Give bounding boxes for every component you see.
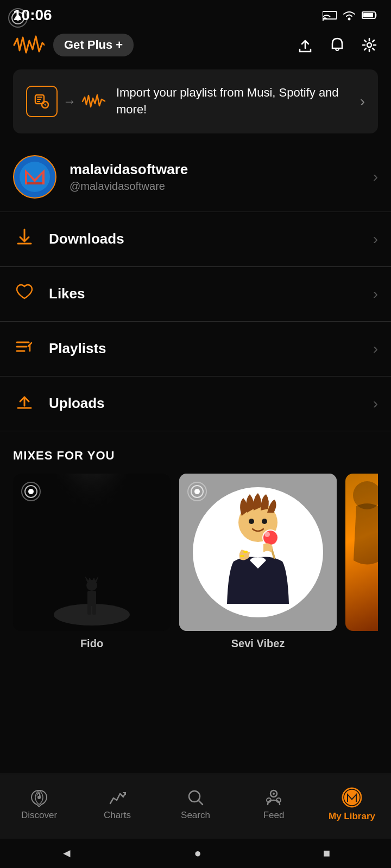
svg-point-19 bbox=[28, 489, 34, 494]
downloads-icon bbox=[13, 227, 36, 251]
settings-icon[interactable] bbox=[361, 36, 378, 54]
cast-icon bbox=[323, 9, 337, 21]
profile-row[interactable]: malavidasoftware @malavidasoftware › bbox=[0, 142, 391, 212]
logo-area bbox=[13, 35, 45, 55]
wifi-icon bbox=[342, 10, 356, 21]
mix-card-fido[interactable]: Fido bbox=[13, 474, 171, 650]
mix-label-sevi: Sevi Vibez bbox=[179, 637, 337, 650]
svg-line-42 bbox=[198, 800, 203, 805]
profile-chevron-icon: › bbox=[373, 168, 378, 186]
import-arrow-icon: → bbox=[63, 94, 76, 109]
feed-icon bbox=[264, 788, 283, 807]
mix-image-fido bbox=[13, 474, 171, 631]
status-icons bbox=[323, 9, 378, 21]
svg-rect-31 bbox=[240, 555, 244, 557]
likes-label: Likes bbox=[49, 285, 360, 302]
import-chevron-icon: › bbox=[360, 93, 365, 110]
likes-icon bbox=[13, 282, 36, 306]
mixes-title: MIXES FOR YOU bbox=[13, 449, 378, 463]
home-button[interactable]: ● bbox=[194, 846, 201, 860]
battery-icon bbox=[362, 10, 378, 20]
charts-label: Charts bbox=[104, 810, 131, 821]
mix-image-sevi bbox=[179, 474, 337, 631]
mix-label-fido: Fido bbox=[13, 637, 171, 650]
feed-label: Feed bbox=[263, 810, 285, 821]
status-bar: 10:06 bbox=[0, 0, 391, 28]
downloads-chevron-icon: › bbox=[373, 231, 378, 248]
my-library-label: My Library bbox=[329, 811, 375, 822]
svg-point-25 bbox=[249, 519, 254, 524]
nav-discover[interactable]: Discover bbox=[0, 774, 78, 834]
header: Get Plus + bbox=[0, 28, 391, 65]
profile-info: malavidasoftware @malavidasoftware bbox=[70, 161, 360, 193]
charts-icon bbox=[108, 788, 127, 807]
svg-point-2 bbox=[348, 18, 351, 21]
nav-search[interactable]: Search bbox=[156, 774, 235, 834]
svg-point-32 bbox=[194, 489, 200, 494]
app-logo bbox=[13, 35, 45, 55]
search-label: Search bbox=[181, 810, 210, 821]
likes-item[interactable]: Likes › bbox=[0, 267, 391, 322]
uploads-icon bbox=[13, 392, 36, 416]
mix-card-sevi[interactable]: Sevi Vibez bbox=[179, 474, 337, 650]
nav-charts[interactable]: Charts bbox=[78, 774, 156, 834]
svg-point-47 bbox=[342, 788, 362, 807]
svg-point-27 bbox=[263, 530, 278, 545]
profile-handle: @malavidasoftware bbox=[70, 180, 360, 193]
svg-point-14 bbox=[54, 604, 130, 626]
import-icons: → bbox=[26, 86, 105, 117]
audiomack-import-logo bbox=[81, 94, 105, 109]
mixes-section: MIXES FOR YOU bbox=[0, 431, 391, 659]
nav-feed[interactable]: Feed bbox=[235, 774, 313, 834]
profile-name: malavidasoftware bbox=[70, 161, 360, 178]
mix-card-third[interactable] bbox=[345, 474, 378, 650]
svg-rect-17 bbox=[87, 605, 91, 615]
svg-point-44 bbox=[273, 793, 275, 795]
uploads-chevron-icon: › bbox=[373, 395, 378, 412]
playlists-icon bbox=[13, 337, 36, 361]
svg-marker-11 bbox=[27, 182, 42, 184]
discover-icon bbox=[30, 788, 48, 807]
uploads-label: Uploads bbox=[49, 395, 360, 412]
bell-icon[interactable] bbox=[329, 36, 345, 54]
mix-image-third bbox=[345, 474, 378, 631]
import-text: Import your playlist from Musi, Spotify … bbox=[116, 85, 349, 118]
downloads-label: Downloads bbox=[49, 231, 360, 247]
playlists-label: Playlists bbox=[49, 340, 360, 357]
downloads-item[interactable]: Downloads › bbox=[0, 212, 391, 267]
uploads-item[interactable]: Uploads › bbox=[0, 376, 391, 431]
svg-rect-30 bbox=[243, 551, 248, 553]
nav-my-library[interactable]: My Library bbox=[313, 774, 391, 834]
main-content: → Import your playlist from Musi, Spotif… bbox=[0, 69, 391, 783]
get-plus-button[interactable]: Get Plus + bbox=[53, 34, 134, 56]
mixes-scroll: Fido bbox=[13, 474, 378, 650]
discover-label: Discover bbox=[21, 810, 57, 821]
likes-chevron-icon: › bbox=[373, 285, 378, 303]
avatar bbox=[13, 155, 56, 199]
header-actions bbox=[297, 36, 378, 54]
import-banner[interactable]: → Import your playlist from Musi, Spotif… bbox=[13, 69, 378, 133]
bottom-nav: Discover Charts Search Feed bbox=[0, 774, 391, 839]
system-bar: ◄ ● ■ bbox=[0, 839, 391, 868]
upload-icon[interactable] bbox=[297, 36, 314, 54]
live-badge-sevi bbox=[187, 481, 207, 502]
my-library-icon bbox=[342, 787, 362, 808]
live-badge-fido bbox=[21, 481, 41, 502]
svg-point-5 bbox=[367, 43, 371, 47]
playlist-icon bbox=[26, 86, 58, 117]
svg-point-9 bbox=[20, 162, 50, 192]
svg-rect-16 bbox=[87, 591, 96, 606]
svg-point-26 bbox=[262, 519, 267, 524]
playlists-chevron-icon: › bbox=[373, 340, 378, 358]
recents-button[interactable]: ■ bbox=[323, 846, 330, 860]
svg-rect-18 bbox=[92, 605, 96, 615]
playlists-item[interactable]: Playlists › bbox=[0, 322, 391, 376]
svg-rect-4 bbox=[363, 13, 373, 17]
svg-point-28 bbox=[264, 532, 270, 537]
search-icon bbox=[186, 788, 205, 807]
back-button[interactable]: ◄ bbox=[61, 846, 73, 860]
